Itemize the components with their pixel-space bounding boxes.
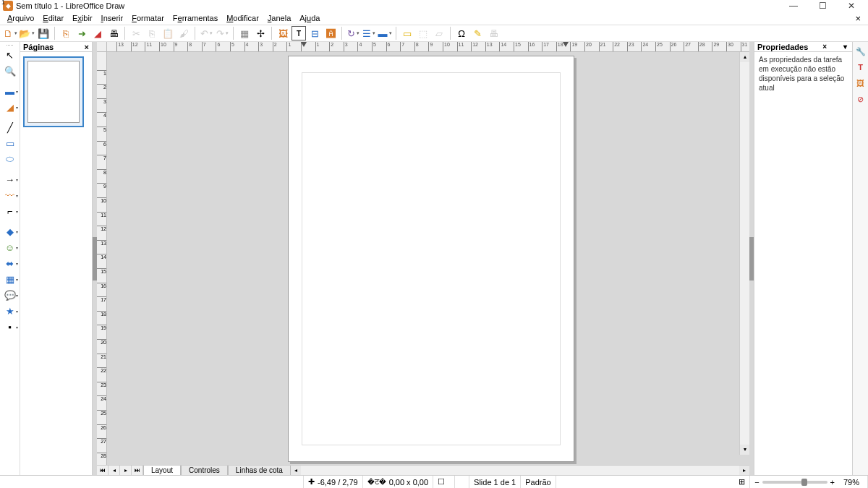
page[interactable] — [288, 56, 574, 462]
status-size: �ट� 0,00 x 0,00 — [363, 476, 433, 488]
canvas[interactable] — [107, 52, 749, 465]
crop-button[interactable]: ⬚ — [416, 26, 430, 40]
fill-color-tool[interactable]: ◢▾ — [1, 99, 19, 115]
page-thumbnail[interactable]: 1 — [23, 56, 84, 127]
open-button[interactable]: 📂▾ — [19, 26, 35, 40]
menu-janela[interactable]: Janela — [263, 14, 295, 22]
status-coords: ✚ -6,49 / 2,79 — [304, 476, 363, 488]
paste-button[interactable]: 📋 — [161, 26, 175, 40]
horizontal-scrollbar[interactable]: ◂ ▸ — [291, 466, 749, 475]
clone-format-button[interactable]: 🖌 — [176, 26, 191, 40]
menu-formatar[interactable]: Formatar — [127, 14, 169, 22]
fit-page-button[interactable]: ⊞ — [734, 476, 750, 488]
last-page-button[interactable]: ⏭ — [132, 466, 143, 475]
rotate-button[interactable]: ↻▾ — [346, 26, 360, 40]
menu-modificar[interactable]: Modificar — [222, 14, 263, 22]
flowchart-tool[interactable]: ▦▾ — [1, 271, 19, 287]
menu-arquivo[interactable]: Arquivo — [3, 14, 38, 22]
sidebar-properties-icon[interactable]: 🔧 — [854, 45, 867, 58]
scroll-left-button[interactable]: ◂ — [291, 466, 301, 475]
zoom-value[interactable]: 79% — [839, 476, 868, 488]
arrange-button[interactable]: ▬▾ — [378, 26, 392, 40]
grid-button[interactable]: ▦ — [237, 26, 252, 40]
print-button[interactable]: 🖶 — [106, 26, 121, 40]
next-page-button[interactable]: ▸ — [120, 466, 132, 475]
titlebar: ◆ Sem título 1 - LibreOffice Draw — ☐ ✕ — [0, 0, 868, 12]
export-pdf-button[interactable]: ◢ — [90, 26, 105, 40]
scroll-down-button[interactable]: ▾ — [740, 445, 749, 455]
insert-image-button[interactable]: 🖼 — [276, 26, 290, 40]
pages-panel-close[interactable]: × — [85, 43, 89, 51]
tab-layout[interactable]: Layout — [143, 466, 181, 475]
new-button[interactable]: 🗋▾ — [3, 26, 17, 40]
properties-panel: Propriedades × ▾ As propriedades da tare… — [754, 42, 852, 475]
insert-hyperlink-button[interactable]: ⊟ — [307, 26, 322, 40]
shadow-button[interactable]: ▭ — [400, 26, 414, 40]
connector-tool[interactable]: ⌐▾ — [1, 203, 19, 219]
menu-ferramentas[interactable]: Ferramentas — [169, 14, 222, 22]
redo-button[interactable]: ↷▾ — [215, 26, 229, 40]
insert-textbox-button[interactable]: T — [292, 26, 306, 40]
prev-page-button[interactable]: ◂ — [109, 466, 120, 475]
sidebar-styles-icon[interactable]: T — [854, 61, 867, 74]
toolbar-main: 🗋▾ 📂▾ 💾 ⎘ ➜ ◢ 🖶 ✂ ⎘ 📋 🖌 ↶▾ ↷▾ ▦ ✢ 🖼 T ⊟ … — [0, 25, 868, 42]
select-tool[interactable]: ↖ — [1, 47, 19, 63]
helplines-button[interactable]: ✢ — [253, 26, 268, 40]
save-button[interactable]: 💾 — [36, 26, 51, 40]
properties-panel-close[interactable]: × — [820, 43, 829, 51]
close-button[interactable]: ✕ — [842, 1, 861, 11]
tab-dims[interactable]: Linhas de cota — [228, 466, 291, 475]
callouts-tool[interactable]: 💬▾ — [1, 287, 19, 303]
align-button[interactable]: ☰▾ — [362, 26, 376, 40]
block-arrows-tool[interactable]: ⬌▾ — [1, 255, 19, 271]
3d-objects-tool[interactable]: ▪▾ — [1, 319, 19, 335]
properties-panel-title: Propriedades — [757, 43, 808, 51]
sidebar-gallery-icon[interactable]: 🖼 — [854, 77, 867, 90]
zoom-slider[interactable]: − + — [750, 476, 839, 488]
right-collapse-bar[interactable] — [749, 42, 754, 475]
sidebar-navigator-icon[interactable]: ⊘ — [854, 93, 867, 106]
first-page-button[interactable]: ⏮ — [97, 466, 109, 475]
line-color-tool[interactable]: ▬▾ — [1, 83, 19, 99]
copy-button[interactable]: ⎘ — [145, 26, 159, 40]
left-toolbar: ↖ 🔍 ▬▾ ◢▾ ╱ ▭ ⬭ →▾ 〰▾ ⌐▾ ◆▾ ☺▾ ⬌▾ ▦▾ 💬▾ … — [0, 42, 20, 475]
horizontal-scroll-row: ⏮ ◂ ▸ ⏭ Layout Controles Linhas de cota … — [97, 465, 749, 475]
export-direct-button[interactable]: ➜ — [75, 26, 89, 40]
symbol-shapes-tool[interactable]: ☺▾ — [1, 239, 19, 255]
status-style[interactable]: Padrão — [521, 476, 556, 488]
scroll-up-button[interactable]: ▴ — [740, 52, 749, 62]
status-slide[interactable]: Slide 1 de 1 — [469, 476, 521, 488]
basic-shapes-tool[interactable]: ◆▾ — [1, 223, 19, 239]
edit-gluepoints-button[interactable]: ✎ — [470, 26, 485, 40]
menu-editar[interactable]: Editar — [38, 14, 68, 22]
line-tool[interactable]: ╱ — [1, 119, 19, 135]
ellipse-tool[interactable]: ⬭ — [1, 151, 19, 167]
sidebar-tabs: 🔧 T 🖼 ⊘ — [852, 42, 868, 475]
ruler-marker-left[interactable] — [301, 42, 307, 47]
cut-button[interactable]: ✂ — [129, 26, 143, 40]
vertical-ruler[interactable]: 1234567891011121314151617181920212223242… — [97, 52, 107, 465]
ruler-marker-right[interactable] — [563, 42, 569, 47]
scroll-right-button[interactable]: ▸ — [739, 466, 749, 475]
properties-panel-menu[interactable]: ▾ — [841, 43, 849, 51]
maximize-button[interactable]: ☐ — [813, 1, 832, 11]
menu-exibir[interactable]: Exibir — [68, 14, 97, 22]
close-document-button[interactable]: × — [851, 13, 865, 24]
undo-button[interactable]: ↶▾ — [199, 26, 213, 40]
tab-controls[interactable]: Controles — [181, 466, 228, 475]
vertical-scrollbar[interactable]: ▴ ▾ — [739, 52, 749, 455]
rectangle-tool[interactable]: ▭ — [1, 135, 19, 151]
export-button[interactable]: ⎘ — [59, 26, 73, 40]
stars-tool[interactable]: ★▾ — [1, 303, 19, 319]
menu-inserir[interactable]: Inserir — [97, 14, 128, 22]
arrow-tool[interactable]: →▾ — [1, 171, 19, 187]
toggle-extrusion-button[interactable]: Ω — [454, 26, 469, 40]
insert-fontwork-button[interactable]: 🅰 — [323, 26, 338, 40]
filter-button[interactable]: ▱ — [432, 26, 446, 40]
horizontal-ruler[interactable]: 1312111098765432112345678910111213141516… — [107, 42, 749, 52]
show-draw-functions-button[interactable]: 🖶 — [486, 26, 501, 40]
minimize-button[interactable]: — — [784, 1, 803, 11]
zoom-tool[interactable]: 🔍 — [1, 63, 19, 79]
curve-tool[interactable]: 〰▾ — [1, 187, 19, 203]
menu-ajuda[interactable]: Ajuda — [295, 14, 324, 22]
